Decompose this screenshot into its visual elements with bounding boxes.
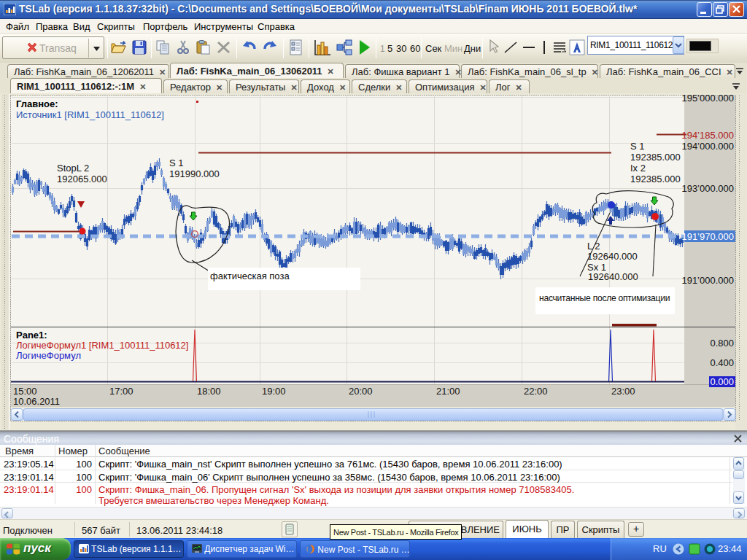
svg-text:192065.000: 192065.000 [57, 174, 107, 184]
svg-text:ЛогичеФормул1 [RIM1_100111_110: ЛогичеФормул1 [RIM1_100111_110612] [16, 340, 188, 351]
svg-text:21:00: 21:00 [436, 386, 460, 397]
svg-text:0.400: 0.400 [710, 357, 734, 368]
svg-text:ЛогичеФормул: ЛогичеФормул [16, 350, 81, 361]
svg-text:Главное:: Главное: [16, 98, 58, 109]
svg-text:194’000.000: 194’000.000 [681, 141, 734, 152]
svg-text:23:00: 23:00 [611, 386, 635, 397]
svg-text:191990.000: 191990.000 [169, 168, 220, 179]
svg-text:192385.000: 192385.000 [630, 152, 681, 163]
svg-text:19:00: 19:00 [262, 386, 286, 397]
svg-text:Pane1:: Pane1: [16, 330, 47, 341]
svg-text:195’000.000: 195’000.000 [681, 93, 734, 104]
svg-text:191’970.000: 191’970.000 [681, 231, 734, 242]
svg-text:Источник1 [RIM1_100111_110612]: Источник1 [RIM1_100111_110612] [16, 109, 164, 120]
svg-text:L 2: L 2 [587, 241, 600, 252]
svg-text:18:00: 18:00 [197, 386, 221, 397]
svg-text:StopL 2: StopL 2 [57, 163, 89, 174]
svg-text:10.06.2011: 10.06.2011 [13, 396, 60, 407]
svg-text:193’000.000: 193’000.000 [681, 183, 734, 194]
svg-text:0.000: 0.000 [710, 376, 734, 387]
svg-text:191’000.000: 191’000.000 [681, 275, 734, 286]
svg-text:194’185.000: 194’185.000 [681, 130, 734, 141]
svg-text:Ix 2: Ix 2 [630, 163, 646, 174]
svg-text:насчитанные после оптимизации: насчитанные после оптимизации [539, 293, 670, 303]
svg-text:S 1: S 1 [169, 158, 184, 168]
svg-text:192385.000: 192385.000 [630, 174, 681, 184]
svg-text:0.800: 0.800 [710, 338, 734, 349]
svg-text:фактическая поза: фактическая поза [210, 271, 290, 281]
svg-text:22:00: 22:00 [524, 386, 548, 397]
svg-text:192640.000: 192640.000 [587, 251, 638, 262]
svg-text:S 1: S 1 [630, 141, 645, 152]
svg-text:15:00: 15:00 [13, 386, 37, 397]
svg-text:17:00: 17:00 [109, 386, 133, 397]
svg-text:192640.000: 192640.000 [588, 271, 638, 282]
svg-text:20:00: 20:00 [349, 386, 373, 397]
